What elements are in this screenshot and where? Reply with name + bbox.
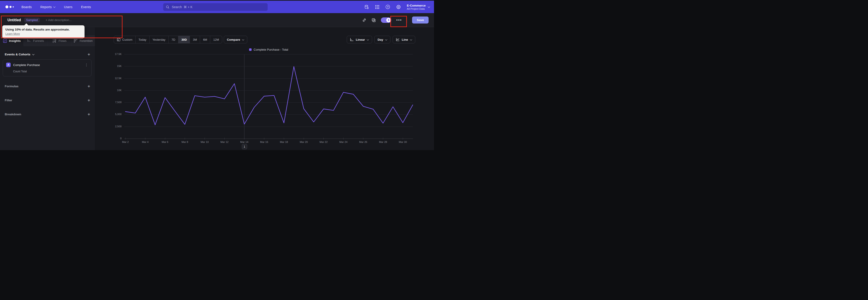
- linear-scale-icon: [350, 38, 354, 41]
- range-yesterday[interactable]: Yesterday: [150, 36, 168, 43]
- event-metric[interactable]: Count Total: [13, 70, 88, 73]
- range-today[interactable]: Today: [135, 36, 150, 43]
- mixpanel-logo-icon[interactable]: [5, 5, 14, 8]
- nav-item-label: Reports: [40, 5, 52, 9]
- chart-type-label: Line: [402, 38, 408, 41]
- app-window: BoardsReportsUsersEvents: [0, 0, 434, 150]
- search-bar[interactable]: [163, 3, 268, 11]
- nav-item-label: Users: [64, 5, 72, 9]
- event-name[interactable]: Complete Purchase: [13, 63, 40, 67]
- x-axis-label: Mar 2: [118, 141, 133, 143]
- x-axis-label: Mar 30: [395, 141, 411, 143]
- range-label: Yesterday: [153, 38, 165, 41]
- x-axis-label: Mar 8: [177, 141, 193, 143]
- series-line[interactable]: [125, 66, 413, 125]
- y-axis-label: 0: [103, 137, 122, 140]
- tab-label: Insights: [9, 39, 21, 42]
- insights-icon: [3, 39, 7, 43]
- date-range-controls: CustomTodayYesterday7D30D3M6M12M Compare: [114, 36, 247, 43]
- range-7d[interactable]: 7D: [168, 36, 179, 43]
- range-label: Custom: [122, 38, 132, 41]
- nav-right: ? E-Commerce All Project Data: [364, 1, 430, 13]
- add-event-button[interactable]: +: [88, 53, 90, 56]
- duplicate-icon[interactable]: [371, 18, 376, 22]
- section-label: Breakdown: [5, 113, 21, 116]
- tab-label: Flows: [59, 39, 66, 42]
- x-axis-label: Mar 20: [296, 141, 312, 143]
- more-menu-button[interactable]: •••: [396, 19, 402, 21]
- scale-label: Linear: [356, 38, 365, 41]
- add-filter-button[interactable]: +: [88, 99, 90, 102]
- save-button[interactable]: Save: [412, 17, 429, 24]
- chevron-down-icon[interactable]: [32, 53, 34, 55]
- query-builder-rail: InsightsFunnelsFlowsRetention Events & C…: [0, 27, 95, 150]
- search-icon: [166, 5, 169, 9]
- tooltip-text: Using 10% of data. Results are approxima…: [5, 28, 81, 31]
- range-label: 6M: [203, 38, 207, 41]
- y-axis-label: 12.5K: [103, 77, 122, 80]
- x-axis-label: Mar 18: [276, 141, 292, 143]
- range-3m[interactable]: 3M: [190, 36, 200, 43]
- event-series-badge[interactable]: A: [6, 63, 11, 67]
- section-breakdown: Breakdown+: [5, 113, 90, 116]
- event-card[interactable]: A Complete Purchase ⋮ Count Total: [3, 59, 92, 77]
- chart-type-dropdown[interactable]: Line: [393, 36, 415, 43]
- learn-more-link[interactable]: Learn More: [5, 32, 20, 35]
- y-axis-label: 2,500: [103, 125, 122, 128]
- interval-dropdown[interactable]: Day: [374, 36, 391, 43]
- sampling-toggle[interactable]: [381, 18, 391, 23]
- range-6m[interactable]: 6M: [200, 36, 210, 43]
- y-axis-label: 7,500: [103, 101, 122, 103]
- compare-label: Compare: [227, 38, 240, 41]
- range-30d[interactable]: 30D: [178, 36, 190, 43]
- add-formulas-button[interactable]: +: [88, 85, 90, 88]
- apps-grid-icon[interactable]: [375, 5, 379, 9]
- x-axis-label: Mar 4: [137, 141, 153, 143]
- data-management-icon[interactable]: [364, 4, 369, 9]
- project-selector[interactable]: E-Commerce All Project Data: [407, 4, 430, 10]
- date-range-segmented: CustomTodayYesterday7D30D3M6M12M: [114, 36, 222, 43]
- top-nav: BoardsReportsUsersEvents: [0, 1, 434, 13]
- compare-button[interactable]: Compare: [224, 36, 248, 43]
- x-axis-label: Mar 28: [375, 141, 391, 143]
- scale-dropdown[interactable]: Linear: [347, 36, 372, 43]
- search-input[interactable]: [171, 5, 265, 9]
- retention-icon: [74, 39, 78, 43]
- tab-label: Retention: [80, 39, 93, 42]
- chart-legend[interactable]: Complete Purchase - Total: [124, 48, 413, 51]
- range-12m[interactable]: 12M: [210, 36, 222, 43]
- range-custom[interactable]: Custom: [114, 36, 135, 43]
- line-chart-svg[interactable]: [124, 54, 413, 139]
- chevron-down-icon: [242, 39, 244, 41]
- nav-item-events[interactable]: Events: [81, 5, 91, 9]
- nav-item-reports[interactable]: Reports: [40, 5, 55, 9]
- copy-link-icon[interactable]: [362, 18, 366, 22]
- section-formulas: Formulas+: [5, 85, 90, 88]
- y-axis-label: 5,000: [103, 113, 122, 116]
- nav-item-boards[interactable]: Boards: [22, 5, 32, 9]
- add-description[interactable]: + Add description...: [46, 18, 72, 22]
- chevron-down-icon: [385, 39, 387, 41]
- chart-display-controls: Linear Day Line: [347, 36, 415, 43]
- events-cohorts-label[interactable]: Events & Cohorts: [5, 53, 30, 56]
- x-axis-label: Mar 14: [237, 141, 252, 143]
- annotation-marker[interactable]: 1: [242, 144, 247, 149]
- help-icon[interactable]: ?: [385, 4, 390, 9]
- x-axis-label: Mar 10: [197, 141, 213, 143]
- line-chart-icon: [396, 38, 400, 41]
- y-axis-label: 15K: [103, 65, 122, 67]
- sampled-badge[interactable]: Sampled: [24, 18, 40, 22]
- range-label: 12M: [213, 38, 219, 41]
- range-label: 3M: [193, 38, 197, 41]
- event-options-kebab[interactable]: ⋮: [85, 63, 88, 66]
- x-axis-label: Mar 6: [157, 141, 173, 143]
- report-title[interactable]: Untitled: [7, 18, 21, 22]
- settings-gear-icon[interactable]: [396, 4, 401, 9]
- chevron-down-icon: [410, 39, 412, 41]
- range-label: 7D: [172, 38, 176, 41]
- y-axis-label: 10K: [103, 89, 122, 92]
- add-breakdown-button[interactable]: +: [88, 113, 90, 116]
- tab-label: Funnels: [33, 39, 44, 42]
- x-axis-label: Mar 12: [217, 141, 232, 143]
- nav-item-users[interactable]: Users: [64, 5, 72, 9]
